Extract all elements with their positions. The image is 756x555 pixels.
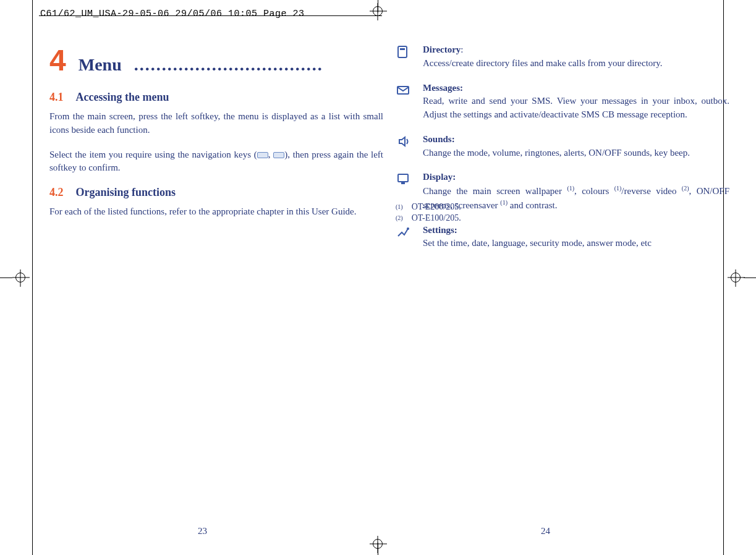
body-paragraph: From the main screen, press the left sof… (49, 110, 383, 137)
display-icon (396, 172, 410, 187)
item-title: Display: (423, 172, 456, 182)
chapter-number: 4 (49, 43, 66, 77)
registration-mark-icon (731, 273, 741, 282)
page-left: 4 Menu .................................… (49, 43, 383, 230)
crop-mark (744, 278, 756, 278)
leader-dots: .................................. (134, 55, 323, 75)
section-number: 4.2 (49, 186, 64, 199)
section-heading: 4.1 Accessing the menu (49, 91, 383, 104)
svg-rect-4 (401, 182, 405, 184)
item-desc: Access/create directory files and make c… (423, 58, 663, 68)
svg-point-5 (407, 227, 409, 230)
menu-item-sounds: Sounds: Change the mode, volume, rington… (396, 133, 729, 160)
item-title: Messages: (423, 83, 463, 93)
crop-rule (32, 0, 33, 555)
crop-mark (0, 278, 12, 278)
svg-rect-1 (400, 48, 405, 50)
section-title: Accessing the menu (76, 91, 169, 104)
crop-rule (39, 15, 382, 16)
registration-mark-icon (373, 6, 383, 16)
item-title: Settings: (423, 225, 457, 235)
body-paragraph: Select the item you require using the na… (49, 148, 383, 176)
svg-rect-3 (398, 174, 408, 182)
print-header: C61/62_UM_USA-29-05-06 29/05/06 10:05 Pa… (40, 9, 305, 19)
page-right: Directory: Access/create directory files… (396, 43, 729, 261)
menu-item-directory: Directory: Access/create directory files… (396, 43, 729, 70)
section-title: Organising functions (76, 186, 176, 199)
sounds-icon (396, 134, 410, 149)
registration-mark-icon (15, 273, 25, 282)
footnote-text: OT-E100/205. (412, 213, 461, 223)
footnotes: (1)OT-E200/205. (2)OT-E100/205. (396, 202, 461, 224)
chapter-title: Menu (79, 55, 122, 75)
settings-icon (396, 225, 410, 240)
footnote-mark: (1) (396, 202, 403, 212)
section-number: 4.1 (49, 91, 64, 104)
registration-mark-icon (373, 539, 383, 549)
section-heading: 4.2 Organising functions (49, 186, 383, 199)
directory-icon (396, 44, 410, 59)
page-number: 23 (198, 526, 207, 536)
chapter-heading: 4 Menu .................................… (49, 43, 383, 77)
nav-key-icon (273, 152, 284, 158)
page-number: 24 (541, 526, 550, 536)
menu-item-messages: Messages: Read, write and send your SMS.… (396, 82, 729, 122)
nav-key-icon (257, 152, 268, 158)
messages-icon (396, 83, 410, 98)
svg-rect-0 (398, 46, 407, 57)
item-desc: Change the main screen wallpaper (1), co… (423, 186, 729, 210)
footnote-text: OT-E200/205. (412, 202, 461, 212)
body-paragraph: For each of the listed functions, refer … (49, 205, 383, 219)
item-desc: Set the time, date, language, security m… (423, 238, 652, 248)
item-title: Sounds: (423, 134, 455, 144)
menu-item-settings: Settings: Set the time, date, language, … (396, 224, 729, 251)
item-desc: Read, write and send your SMS. View your… (423, 96, 729, 119)
footnote-mark: (2) (396, 213, 403, 223)
item-desc: Change the mode, volume, ringtones, aler… (423, 148, 690, 158)
item-title: Directory (423, 44, 461, 54)
